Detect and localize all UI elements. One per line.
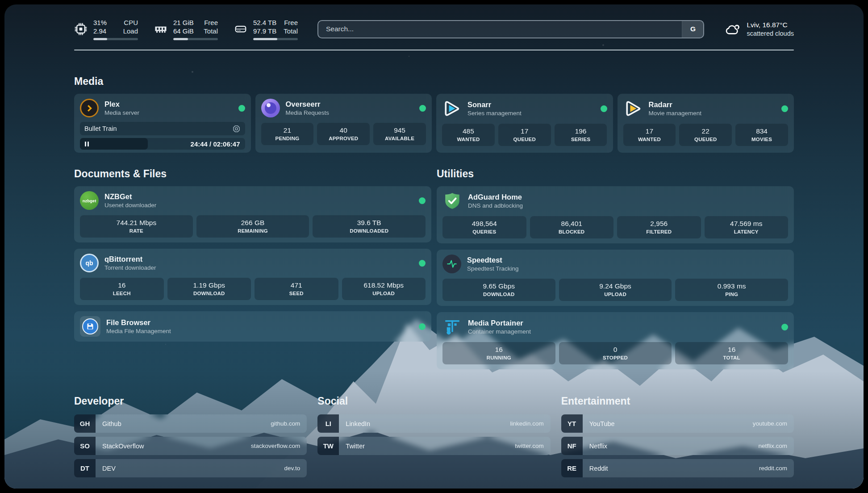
stat-box: 16RUNNING (442, 342, 555, 364)
nzbget-icon: nzbget (80, 191, 99, 210)
bookmark-url: youtube.com (753, 420, 787, 427)
now-playing-title: Bullet Train (84, 125, 117, 132)
card-plex[interactable]: Plex Media server Bullet Train (74, 94, 251, 153)
section-title-developer: Developer (74, 395, 307, 407)
bookmark-abbr: SO (74, 437, 96, 455)
search-bar[interactable]: G (317, 20, 704, 38)
section-title-entertainment: Entertainment (561, 395, 794, 407)
stat-box: 39.6 TBDOWNLOADED (313, 215, 426, 238)
stat-box: 17QUEUED (498, 124, 551, 146)
overseerr-icon (261, 99, 280, 117)
stat-box: 16LEECH (80, 278, 164, 300)
cpu-icon (74, 22, 88, 36)
app-name: Media Portainer (468, 319, 531, 327)
disk-labels: Free Total (284, 18, 298, 36)
app-description: Movie management (649, 110, 702, 117)
bookmark-abbr: RE (561, 459, 583, 477)
stat-box: 0STOPPED (559, 342, 672, 364)
stat-box: 485WANTED (442, 124, 495, 146)
adguard-icon (442, 191, 462, 211)
stat-box: 9.65 GbpsDOWNLOAD (442, 279, 555, 301)
memory-labels: Free Total (204, 18, 218, 36)
card-filebrowser[interactable]: File Browser Media File Management (74, 311, 431, 342)
status-dot (419, 260, 426, 267)
plex-player-bar: 24:44 / 02:06:47 (80, 138, 245, 150)
bookmark-name: DEV (102, 465, 116, 472)
bookmark-reddit[interactable]: RE Redditreddit.com (561, 459, 794, 477)
documents-section: Documents & Files nzbget NZBGet Usenet d… (74, 168, 431, 342)
bookmark-url: netflix.com (758, 443, 787, 449)
plex-session-row: Bullet Train (80, 122, 245, 135)
cpu-progress-bar (93, 38, 138, 40)
search-provider-button[interactable]: G (682, 21, 703, 38)
bookmark-url: stackoverflow.com (251, 443, 300, 449)
stat-box: 21PENDING (261, 123, 314, 145)
stat-box: 1.19 GbpsDOWNLOAD (167, 278, 251, 300)
cloud-icon (725, 22, 741, 36)
search-input[interactable] (318, 21, 682, 38)
bookmark-github[interactable]: GH Githubgithub.com (74, 414, 307, 433)
bookmark-dev[interactable]: DT DEVdev.to (74, 459, 307, 477)
card-overseerr[interactable]: Overseerr Media Requests 21PENDING 40APP… (255, 94, 432, 153)
entertainment-section: Entertainment YT YouTubeyoutube.com NF N… (561, 395, 794, 477)
weather-widget[interactable]: Lviv, 16.87°C scattered clouds (725, 21, 794, 37)
bookmark-name: Netflix (589, 443, 607, 450)
speedtest-icon (442, 255, 461, 273)
session-info-icon[interactable] (232, 125, 241, 133)
bookmark-url: twitter.com (515, 443, 544, 449)
app-description: Usenet downloader (104, 202, 156, 209)
bookmark-name: YouTube (589, 420, 615, 427)
bookmark-linkedin[interactable]: LI LinkedInlinkedin.com (317, 414, 550, 433)
card-qbittorrent[interactable]: qb qBittorrent Torrent downloader 16LEEC… (74, 249, 431, 305)
app-name: qBittorrent (104, 255, 156, 263)
bookmark-name: Github (102, 420, 121, 427)
app-description: Media server (104, 109, 139, 116)
stat-box: 40APPROVED (317, 123, 370, 145)
app-name: Radarr (649, 100, 702, 109)
bookmark-netflix[interactable]: NF Netflixnetflix.com (561, 437, 794, 455)
app-name: Plex (104, 100, 139, 109)
resource-monitors: 31% 2.94 CPU Load (74, 18, 298, 40)
pause-button[interactable] (80, 138, 148, 150)
bookmark-stackoverflow[interactable]: SO StackOverflowstackoverflow.com (74, 437, 307, 455)
bookmark-abbr: GH (74, 414, 96, 433)
status-dot (238, 105, 245, 112)
bookmark-name: LinkedIn (346, 420, 370, 427)
memory-icon (154, 22, 167, 36)
card-sonarr[interactable]: Sonarr Series management 485WANTED 17QUE… (436, 94, 613, 153)
media-section: Media Plex Media server Bullet Train (74, 75, 794, 153)
stat-box: 9.24 GbpsUPLOAD (559, 279, 672, 301)
bookmark-youtube[interactable]: YT YouTubeyoutube.com (561, 414, 794, 433)
dashboard-window: 31% 2.94 CPU Load (4, 4, 864, 489)
bookmark-twitter[interactable]: TW Twittertwitter.com (317, 437, 550, 455)
app-name: Sonarr (467, 100, 522, 109)
card-radarr[interactable]: Radarr Movie management 17WANTED 22QUEUE… (618, 94, 794, 153)
memory-monitor: 21 GiB 64 GiB Free Total (154, 18, 218, 40)
stat-box: 22QUEUED (679, 124, 732, 146)
plex-icon (80, 99, 99, 117)
bookmark-name: Twitter (346, 443, 365, 450)
topbar: 31% 2.94 CPU Load (74, 15, 794, 43)
section-title-media: Media (74, 75, 794, 88)
cpu-values: 31% 2.94 (93, 18, 107, 36)
card-nzbget[interactable]: nzbget NZBGet Usenet downloader 744.21 M… (74, 186, 431, 242)
stat-box: 744.21 MbpsRATE (80, 215, 193, 238)
app-description: Speedtest Tracking (467, 265, 519, 272)
cpu-labels: CPU Load (123, 18, 138, 36)
app-name: Overseerr (286, 100, 330, 109)
status-dot (781, 324, 788, 330)
card-portainer[interactable]: Media Portainer Container management 16R… (437, 312, 794, 369)
bookmark-abbr: DT (74, 459, 96, 477)
qbittorrent-icon: qb (80, 254, 99, 272)
status-dot (601, 105, 607, 112)
card-adguard[interactable]: AdGuard Home DNS and adblocking 498,564Q… (437, 186, 794, 243)
disk-monitor: 52.4 TB 97.9 TB Free Total (234, 18, 298, 40)
card-speedtest[interactable]: Speedtest Speedtest Tracking 9.65 GbpsDO… (437, 250, 794, 306)
stat-box: 0.993 msPING (675, 279, 788, 301)
bookmark-url: reddit.com (759, 465, 787, 472)
bookmark-name: StackOverflow (102, 443, 144, 450)
stat-box: 266 GBREMAINING (196, 215, 309, 238)
sonarr-icon (442, 99, 462, 118)
app-description: Torrent downloader (104, 264, 156, 271)
status-dot (419, 105, 426, 112)
